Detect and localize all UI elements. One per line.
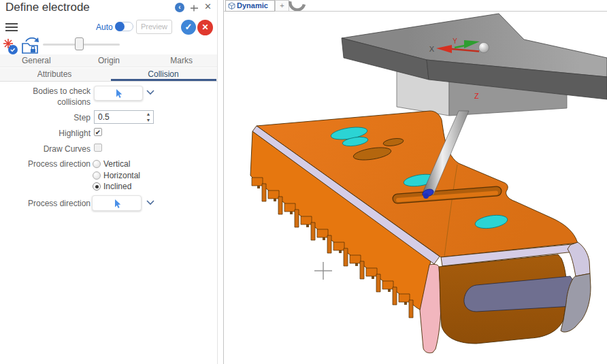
process-direction-chevron-icon[interactable] [146, 200, 154, 205]
viewport-tab-label: Dynamic [237, 1, 268, 10]
axis-label-x: X [429, 45, 435, 53]
rotate-arc-icon [288, 0, 308, 11]
viewport-tabbar: Dynamic + [224, 0, 607, 12]
origin-sphere [479, 43, 489, 53]
radio-inclined-label[interactable]: Inclined [103, 182, 131, 191]
ok-button[interactable]: ✓ [181, 20, 196, 35]
active-tab-underline [111, 79, 216, 81]
cursor-arrow-icon [114, 199, 122, 209]
define-electrode-panel: Define electrode ‹ ✕ Auto Preview ✓ ✕ Ge… [0, 0, 218, 364]
cancel-button[interactable]: ✕ [197, 20, 213, 35]
tab-origin[interactable]: Origin [73, 54, 146, 67]
crosshair-cursor [314, 262, 332, 280]
page-title: Define electrode [5, 1, 90, 14]
draw-curves-checkbox[interactable] [94, 144, 102, 152]
highlight-label: Highlight [0, 129, 91, 138]
tab-row-2: Attributes Collision [0, 68, 218, 82]
tab-general[interactable]: General [0, 54, 73, 67]
radio-horizontal-label[interactable]: Horizontal [103, 171, 140, 180]
step-field-box: ▲▼ [94, 110, 154, 124]
back-icon[interactable]: ‹ [175, 3, 184, 12]
process-direction2-label: Process direction [0, 199, 91, 208]
pin-icon[interactable] [190, 3, 199, 12]
panel-edge-divider [217, 0, 218, 364]
new-viewport-tab[interactable]: + [275, 0, 289, 12]
step-input[interactable] [95, 111, 145, 123]
axis-label-z: Z [474, 92, 479, 100]
cube-icon [228, 2, 235, 10]
process-direction-pick-button[interactable] [92, 195, 142, 211]
radio-vertical[interactable] [93, 160, 101, 168]
menu-icon[interactable] [5, 23, 18, 33]
step-label: Step [0, 113, 91, 122]
cursor-arrow-icon [116, 89, 123, 99]
viewport-tab-dynamic[interactable]: Dynamic [225, 0, 275, 12]
radio-vertical-label[interactable]: Vertical [103, 159, 130, 169]
check-collision-icon[interactable] [1, 37, 20, 56]
radio-horizontal[interactable] [93, 171, 101, 180]
auto-toggle[interactable] [115, 22, 133, 31]
3d-viewport[interactable]: Z X Y [224, 12, 607, 364]
bodies-expand-chevron-icon[interactable] [146, 90, 154, 95]
step-spinner[interactable]: ▲▼ [144, 111, 152, 123]
bodies-pick-button[interactable] [94, 86, 143, 101]
draw-curves-label: Draw Curves [0, 144, 91, 154]
close-icon[interactable]: ✕ [204, 2, 212, 12]
end-cap-lavender [568, 242, 590, 276]
load-electrode-icon[interactable] [20, 35, 43, 55]
axis-label-y: Y [453, 37, 457, 45]
process-direction-label: Process direction [0, 159, 91, 169]
slider-thumb[interactable] [75, 37, 84, 50]
radio-inclined[interactable] [93, 182, 101, 191]
preview-button[interactable]: Preview [136, 20, 172, 34]
bodies-label-line2: collisions [0, 97, 91, 107]
tab-marks[interactable]: Marks [145, 54, 218, 67]
bodies-label-line1: Bodies to check [0, 86, 91, 96]
tab-row-1: General Origin Marks [0, 54, 218, 67]
tab-attributes[interactable]: Attributes [0, 68, 109, 81]
tool-tip [423, 193, 429, 199]
auto-label: Auto [96, 22, 113, 32]
electrode-part[interactable] [250, 111, 591, 353]
highlight-checkbox[interactable] [94, 128, 102, 136]
